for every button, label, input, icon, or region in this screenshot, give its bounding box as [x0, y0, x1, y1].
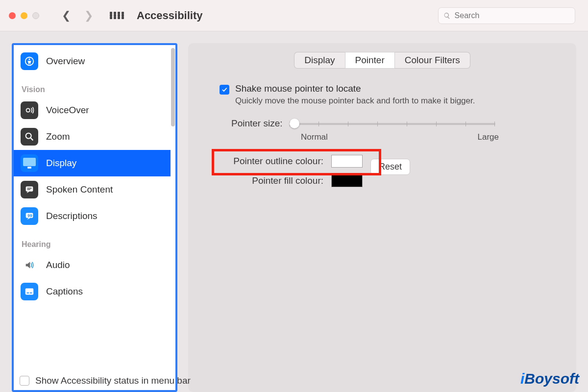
slider-thumb[interactable]	[290, 119, 299, 128]
forward-button[interactable]: ❯	[84, 9, 93, 22]
sidebar-item-captions[interactable]: Captions	[14, 278, 171, 305]
sidebar-item-spoken-content[interactable]: Spoken Content	[14, 176, 171, 203]
check-icon	[221, 86, 228, 93]
show-all-prefs-icon[interactable]	[110, 12, 124, 19]
sidebar: Overview Vision VoiceOver Zoom Displa	[14, 45, 171, 390]
minimize-window-button[interactable]	[21, 12, 27, 19]
svg-point-4	[27, 109, 30, 112]
pointer-size-max-label: Large	[478, 132, 499, 142]
sidebar-item-zoom[interactable]: Zoom	[14, 123, 171, 150]
sidebar-highlight-box: Overview Vision VoiceOver Zoom Displa	[12, 43, 177, 392]
window-titlebar: ❮ ❯ Accessibility	[0, 0, 588, 31]
tab-display[interactable]: Display	[294, 52, 344, 69]
search-input[interactable]	[455, 11, 570, 20]
pointer-outline-colorwell[interactable]	[331, 155, 363, 168]
display-icon	[21, 154, 38, 172]
shake-pointer-label: Shake mouse pointer to locate	[235, 83, 475, 94]
audio-icon	[21, 256, 38, 274]
show-status-checkbox[interactable]	[20, 376, 29, 386]
close-window-button[interactable]	[9, 12, 16, 19]
pointer-size-scale-labels: Normal Large	[301, 132, 507, 142]
svg-rect-8	[27, 189, 30, 190]
back-button[interactable]: ❮	[62, 9, 71, 22]
svg-rect-13	[30, 293, 32, 294]
overview-icon	[21, 52, 38, 70]
search-box[interactable]	[438, 7, 575, 24]
pointer-size-label: Pointer size:	[231, 118, 283, 129]
pointer-size-slider[interactable]	[290, 118, 495, 129]
spoken-content-icon	[21, 181, 38, 198]
sidebar-item-label: Descriptions	[46, 211, 98, 221]
sidebar-item-label: Spoken Content	[46, 184, 113, 195]
sidebar-item-display[interactable]: Display	[14, 150, 171, 176]
reset-button[interactable]: Reset	[370, 159, 410, 175]
sidebar-item-audio[interactable]: Audio	[14, 252, 171, 278]
captions-icon	[21, 283, 38, 300]
sidebar-item-label: Overview	[46, 56, 85, 67]
tab-bar: Display Pointer Colour Filters	[203, 52, 562, 69]
sidebar-section-vision: Vision	[14, 74, 171, 97]
sidebar-scrollbar[interactable]	[171, 45, 175, 390]
pointer-size-row: Pointer size:	[231, 118, 562, 129]
svg-rect-11	[25, 289, 34, 295]
scroll-thumb[interactable]	[171, 48, 175, 126]
main-area: Overview Vision VoiceOver Zoom Displa	[0, 31, 588, 392]
sidebar-item-voiceover[interactable]: VoiceOver	[14, 97, 171, 123]
pointer-outline-label: Pointer outline colour:	[203, 156, 323, 167]
sidebar-section-hearing: Hearing	[14, 229, 171, 252]
sidebar-item-label: VoiceOver	[46, 105, 89, 116]
pointer-fill-colorwell[interactable]	[331, 174, 363, 187]
window-title: Accessibility	[137, 9, 203, 22]
sidebar-item-label: Zoom	[46, 131, 70, 142]
sidebar-item-descriptions[interactable]: 99 Descriptions	[14, 203, 171, 229]
svg-point-5	[26, 133, 31, 139]
content-pane: Display Pointer Colour Filters Shake mou…	[188, 43, 576, 392]
shake-pointer-row: Shake mouse pointer to locate Quickly mo…	[220, 83, 562, 106]
svg-text:99: 99	[27, 214, 32, 218]
tab-pointer[interactable]: Pointer	[345, 52, 395, 69]
voiceover-icon	[21, 101, 38, 119]
watermark: iBoysoft	[520, 370, 579, 387]
svg-rect-7	[27, 188, 31, 188]
svg-rect-12	[27, 293, 29, 294]
zoom-icon	[21, 128, 38, 146]
shake-pointer-checkbox[interactable]	[220, 85, 229, 95]
sidebar-item-label: Captions	[46, 286, 83, 297]
descriptions-icon: 99	[21, 207, 38, 225]
fullscreen-window-button[interactable]	[32, 12, 39, 19]
footer-row: Show Accessibility status in menu bar	[20, 375, 191, 386]
sidebar-item-label: Display	[46, 158, 76, 169]
nav-arrows: ❮ ❯	[62, 9, 93, 22]
shake-pointer-description: Quickly move the mouse pointer back and …	[235, 96, 475, 106]
svg-rect-6	[26, 187, 33, 192]
sidebar-item-overview[interactable]: Overview	[14, 48, 171, 74]
traffic-lights	[9, 12, 39, 19]
search-icon	[443, 12, 451, 20]
svg-point-2	[28, 58, 30, 60]
show-status-label: Show Accessibility status in menu bar	[35, 375, 191, 386]
pointer-size-min-label: Normal	[301, 132, 328, 142]
tab-colour-filters[interactable]: Colour Filters	[395, 52, 470, 69]
pointer-outline-row: Pointer outline colour:	[203, 155, 363, 168]
pointer-fill-row: Pointer fill colour:	[203, 174, 363, 187]
sidebar-item-label: Audio	[46, 260, 70, 270]
pointer-fill-label: Pointer fill colour:	[203, 175, 323, 186]
